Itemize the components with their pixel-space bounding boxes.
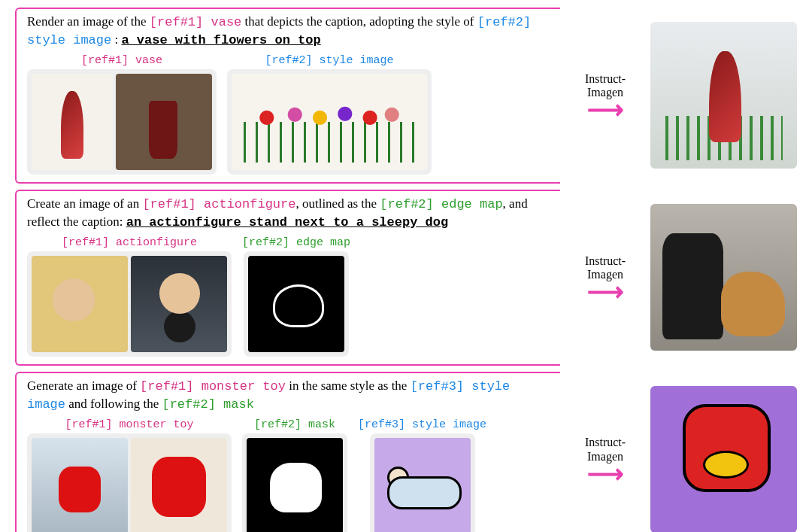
ref2-label: [ref#2] edge map [242, 236, 350, 249]
ref2-images [227, 69, 432, 175]
ref2-group: [ref#2] style image [227, 54, 432, 175]
example-row-2: Create an image of an [ref#1] actionfigu… [15, 190, 797, 366]
arrow-icon: ⟶ [587, 101, 624, 119]
instruction-block: Render an image of the [ref#1] vase that… [15, 8, 560, 184]
figure: Render an image of the [ref#1] vase that… [15, 8, 797, 532]
prompt-text: Render an image of the [ref#1] vase that… [27, 14, 553, 50]
prompt-segment: that depicts the caption, adopting the s… [241, 14, 477, 29]
reference-images-row: [ref#1] actionfigure [ref#2] edge map [27, 236, 553, 357]
ref1-label: [ref#1] vase [81, 54, 162, 67]
arrow-column: Instruct-Imagen ⟶ [568, 436, 643, 483]
ref2-images [242, 433, 347, 532]
ref1-group: [ref#1] vase [27, 54, 217, 175]
prompt-segment: Create an image of an [27, 196, 142, 211]
ref2-label: [ref#2] mask [254, 418, 335, 431]
ref1-group: [ref#1] monster toy [27, 418, 232, 532]
arrow-icon: ⟶ [587, 465, 624, 483]
ref1-label: [ref#1] monster toy [65, 418, 193, 431]
prompt-segment: in the same style as the [286, 378, 411, 393]
ref1-image-b [116, 74, 212, 170]
ref1-image-a [32, 256, 128, 352]
output-image [650, 386, 797, 532]
arrow-column: Instruct-Imagen ⟶ [568, 254, 643, 302]
ref2-tag: [ref#2] mask [162, 397, 253, 412]
ref1-tag: [ref#1] actionfigure [142, 197, 295, 211]
ref2-image [247, 438, 343, 532]
ref1-image-a [32, 74, 113, 170]
prompt-text: Create an image of an [ref#1] actionfigu… [27, 196, 553, 232]
ref1-image-b [131, 256, 227, 352]
ref1-image-a [32, 438, 128, 532]
reference-images-row: [ref#1] monster toy [ref#2] mask [ref#3]… [27, 418, 553, 532]
ref2-label: [ref#2] style image [265, 54, 393, 67]
ref2-images [244, 251, 349, 357]
output-image [650, 22, 797, 169]
example-row-3: Generate an image of [ref#1] monster toy… [15, 372, 797, 532]
ref1-tag: [ref#1] vase [150, 15, 241, 29]
ref3-images [370, 433, 475, 532]
ref1-label: [ref#1] actionfigure [62, 236, 197, 249]
ref3-label: [ref#3] style image [358, 418, 486, 431]
instruction-block: Create an image of an [ref#1] actionfigu… [15, 190, 560, 366]
reference-images-row: [ref#1] vase [ref#2] style image [27, 54, 553, 175]
arrow-column: Instruct-Imagen ⟶ [568, 72, 643, 120]
ref1-images [27, 69, 217, 175]
prompt-caption: an actionfigure stand next to a sleepy d… [126, 215, 448, 230]
ref2-group: [ref#2] edge map [242, 236, 350, 357]
ref2-image [232, 74, 427, 170]
instruction-block: Generate an image of [ref#1] monster toy… [15, 372, 560, 532]
ref1-image-b [131, 438, 227, 532]
prompt-segment: : [111, 32, 121, 47]
output-image [650, 204, 797, 351]
prompt-segment: , outlined as the [295, 196, 380, 211]
prompt-caption: a vase with flowers on top [121, 33, 320, 47]
prompt-segment: Generate an image of [27, 378, 140, 393]
prompt-text: Generate an image of [ref#1] monster toy… [27, 378, 553, 414]
ref2-group: [ref#2] mask [242, 418, 347, 532]
ref1-images [27, 251, 232, 357]
arrow-icon: ⟶ [587, 283, 624, 301]
ref2-image [248, 256, 344, 352]
prompt-segment: Render an image of the [27, 14, 150, 29]
ref1-tag: [ref#1] monster toy [140, 379, 286, 394]
prompt-segment: and following the [65, 397, 162, 411]
ref1-group: [ref#1] actionfigure [27, 236, 232, 357]
ref1-images [27, 433, 232, 532]
ref3-image [374, 438, 471, 532]
example-row-1: Render an image of the [ref#1] vase that… [15, 8, 797, 184]
ref2-tag: [ref#2] edge map [380, 197, 502, 211]
ref3-group: [ref#3] style image [358, 418, 486, 532]
